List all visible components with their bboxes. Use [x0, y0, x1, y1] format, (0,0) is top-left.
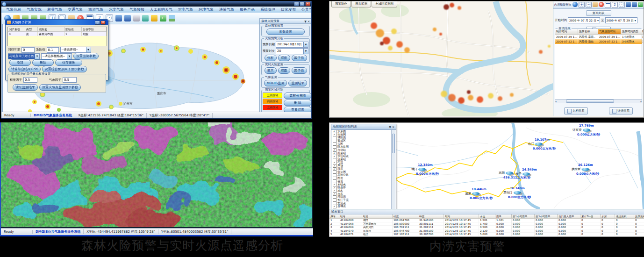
date-to-picker[interactable]: 2009 年 07 月 29 日 [605, 17, 637, 23]
panel-toolbar-icon[interactable] [638, 2, 643, 7]
panel-toolbar-icon[interactable] [605, 2, 611, 8]
column-header[interactable]: 预警时间类型 [621, 29, 641, 35]
column-header[interactable]: 因子索引 [8, 27, 25, 32]
menu-item[interactable]: 系统管理 [258, 7, 278, 12]
station-marker[interactable]: 26.126m 抽水中 0.000立方米/秒 [572, 163, 599, 176]
param-setting-button[interactable]: 参数设置 [266, 29, 305, 35]
analysis-button[interactable]: 成图 [278, 55, 290, 61]
menu-item[interactable]: 环境气象 [196, 7, 216, 12]
menu-item[interactable]: 水文气象 [106, 7, 127, 12]
result-hscrollbar[interactable]: ◂▸ [555, 99, 642, 103]
panel-toolbar-icon[interactable] [599, 2, 604, 7]
column-header-highlighted[interactable]: 气象预报时间 [598, 29, 621, 35]
gauge-icon[interactable] [514, 191, 521, 194]
calc-grid-button[interactable]: 计算综合结果Grid [8, 66, 41, 72]
layer-panel-close-icon[interactable]: ✕ [392, 125, 394, 128]
grid-select[interactable]: --请选择栅格图-- [41, 53, 72, 59]
column-header[interactable]: 分析字段 [82, 27, 107, 32]
menu-item[interactable]: 交通气象 [65, 7, 86, 12]
layer-item[interactable]: 县城点 [332, 205, 392, 208]
station-marker[interactable]: 12.380m 城口 0.000立方米/秒 [411, 163, 439, 176]
station-marker[interactable]: 24.549m 金子 [515, 168, 537, 176]
fire-display-params-button[interactable]: 设置火险点监测显示参数 [39, 84, 81, 91]
station-marker[interactable]: 18.446m 温泉 0.006立方米/秒 [465, 187, 493, 200]
layer-checkbox[interactable] [333, 205, 336, 208]
set-overlay-button[interactable]: 设置综合叠加因子显示参数 [42, 66, 87, 72]
toolbar-icon[interactable] [142, 15, 149, 21]
factor-table[interactable]: 因子索引类型图层名影响值分析字段 0 面 森林分布图 1 地貌 [7, 27, 107, 46]
map-tab[interactable]: 主城区监测图 [372, 1, 397, 7]
factor-table-row[interactable]: 0 面 森林分布图 1 地貌 [8, 32, 107, 36]
toolbar-icon[interactable] [133, 15, 140, 21]
panel-toolbar-icon[interactable] [572, 2, 578, 7]
column-header[interactable]: 时间 [444, 214, 479, 219]
gauge-icon[interactable] [472, 192, 479, 195]
analysis-button[interactable]: 分析 [265, 55, 277, 61]
gauge-icon[interactable] [535, 143, 543, 146]
station-marker[interactable]: 27.769m 计家梁 0.000立方米/秒 [572, 124, 600, 137]
gauge-icon[interactable] [583, 128, 590, 132]
column-header[interactable]: 水深 [601, 214, 615, 219]
layer-vscrollbar[interactable] [391, 130, 395, 209]
compare-layer-select[interactable]: 与站点因子对比图 [8, 53, 40, 59]
analysis-button[interactable]: 因子值 [292, 55, 307, 61]
gauge-icon[interactable] [506, 171, 513, 175]
menu-item[interactable]: 日常发布 [278, 7, 299, 12]
layer-select[interactable]: --请选择图-- [60, 47, 91, 53]
toolbar-icon[interactable] [169, 15, 175, 21]
detail-view-button[interactable]: 详情查看 [609, 107, 633, 114]
panel-toolbar-icon[interactable] [626, 2, 631, 7]
menu-item[interactable]: 旅游气象 [86, 7, 106, 12]
weight1-input[interactable]: 0.5 [23, 77, 37, 83]
save-button[interactable]: 保存修改 [55, 59, 82, 66]
result-row[interactable]: 2009-07-29 1... 风险报-暴雨.. 2009-07-29 1...… [555, 35, 642, 39]
menu-item[interactable]: 公共气象服务网 [299, 7, 312, 12]
column-header[interactable]: 站号 [339, 214, 362, 219]
column-header[interactable]: 制作人 [641, 29, 644, 35]
column-header[interactable]: 水位 [479, 214, 495, 219]
column-header[interactable]: 前1小时雨量 [512, 214, 535, 219]
column-header[interactable]: 前3小时雨量 [535, 214, 558, 219]
doc-view-button[interactable]: 文档查看 [564, 107, 588, 114]
menu-item[interactable]: 决策气象 [216, 7, 237, 12]
panel-toolbar-icon[interactable] [579, 2, 585, 8]
panel-toolbar-icon[interactable] [619, 2, 625, 8]
realtime-button[interactable]: 因子值 [292, 67, 307, 74]
column-header[interactable]: 经度 [393, 214, 418, 219]
column-header[interactable]: 累计Tin值 [580, 214, 601, 219]
menu-item[interactable]: 服务产品 [237, 7, 258, 12]
menu-item[interactable]: 人工影响天气 [147, 7, 175, 12]
add-button[interactable]: 添加 [9, 59, 31, 66]
column-header[interactable]: 受灾面积 [634, 214, 644, 219]
pin-icon[interactable]: ▼ [304, 20, 307, 23]
output-row[interactable]: 2 41104068 万州新田坝 108.500000 30.801111 20… [329, 222, 644, 226]
delete-button[interactable]: 删除 [32, 59, 54, 66]
realtime-button[interactable]: 成图 [278, 67, 290, 74]
gauge-icon[interactable] [418, 168, 426, 171]
realtime-button[interactable]: 显示 [265, 67, 277, 74]
region-control-button[interactable]: 森林分布图 [284, 93, 312, 99]
warn-time-select[interactable]: 20 [276, 48, 308, 54]
coef-input[interactable]: 0.1 [47, 47, 59, 53]
column-header[interactable]: 淹没面积 [615, 214, 634, 219]
gauge-icon[interactable] [582, 168, 589, 171]
menu-item[interactable]: 林业气象 [44, 7, 65, 12]
weather-monitor-button[interactable]: 监测结果 [288, 80, 307, 86]
column-header[interactable]: 预警名称 [578, 29, 598, 35]
panel-close-icon[interactable]: ✕ [308, 20, 310, 23]
date-from-picker[interactable]: 2009 年 07 月 22 日 [568, 17, 600, 23]
minimize-button[interactable]: _ [294, 2, 299, 6]
warn-date-select[interactable]: 2013年10月18日 [276, 42, 308, 48]
column-header[interactable]: 站名 [362, 214, 393, 219]
output-row[interactable]: 5 41104071 临江 107.105111 30.305700 2014/… [329, 233, 644, 236]
panel-toolbar-icon[interactable] [612, 2, 618, 8]
weather-monitor-button[interactable]: MODIS监测 [264, 80, 287, 86]
close-button[interactable]: ✕ [305, 2, 310, 6]
column-header[interactable]: 类型 [25, 27, 38, 32]
column-header[interactable]: 纬度 [418, 214, 444, 219]
column-header[interactable]: 雨量 [495, 214, 512, 219]
collapse-icon[interactable]: ▼ [389, 125, 391, 128]
column-header[interactable]: 当日最大雨量 [558, 214, 580, 219]
toolbar-icon[interactable] [115, 15, 122, 21]
map-tab[interactable]: 预警制作 [331, 1, 351, 7]
